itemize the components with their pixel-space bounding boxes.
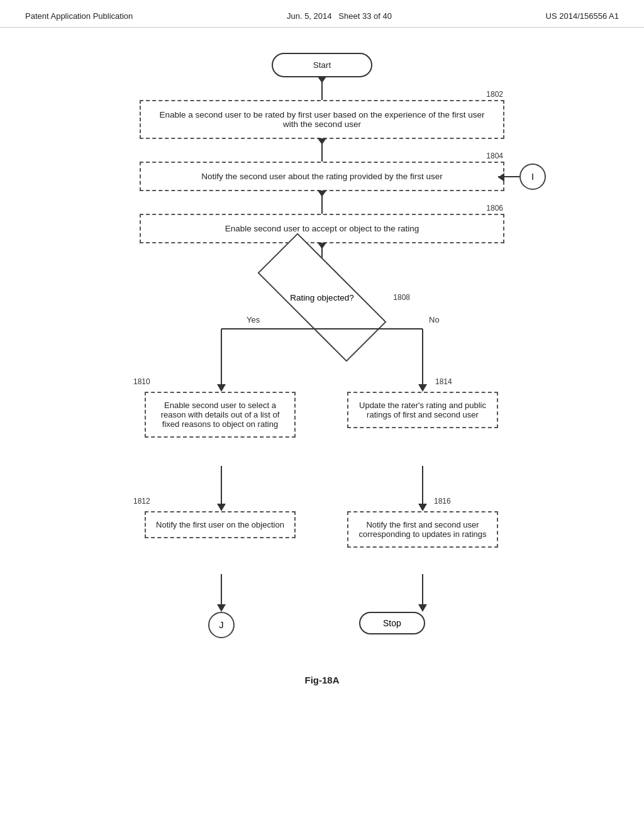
rect-1802: Enable a second user to be rated by firs… bbox=[140, 100, 504, 139]
node-1812-container: Notify the first user on the objection bbox=[145, 511, 296, 538]
text-1812: Notify the first user on the objection bbox=[156, 520, 284, 529]
svg-text:Yes: Yes bbox=[247, 315, 260, 324]
flow-lines: Yes 1810 No 1814 1812 1816 bbox=[121, 329, 523, 656]
header-sheet: Sheet 33 of 40 bbox=[338, 11, 392, 21]
text-1806: Enable second user to accept or object t… bbox=[225, 224, 419, 233]
svg-marker-11 bbox=[217, 504, 226, 511]
header-right: US 2014/156556 A1 bbox=[546, 11, 619, 21]
node-1812: Notify the first user on the objection bbox=[145, 511, 296, 538]
stop-node: Stop bbox=[359, 612, 425, 634]
text-1808: Rating objected? bbox=[290, 293, 353, 302]
start-shape: Start bbox=[272, 53, 372, 77]
node-1810-container: Enable second user to select a reason wi… bbox=[145, 392, 296, 438]
rect-1806: Enable second user to accept or object t… bbox=[140, 214, 504, 243]
rect-1816: Notify the first and second user corresp… bbox=[347, 511, 498, 548]
node-1802: Enable a second user to be rated by firs… bbox=[133, 100, 511, 139]
rect-1804: Notify the second user about the rating … bbox=[140, 162, 504, 191]
svg-text:1814: 1814 bbox=[435, 377, 452, 386]
fig-label: Fig-18A bbox=[304, 675, 339, 685]
node-1802-container: 1802 Enable a second user to be rated by… bbox=[133, 100, 511, 139]
node-1814-container: Update the rater's rating and public rat… bbox=[347, 392, 498, 428]
text-1814: Update the rater's rating and public rat… bbox=[359, 401, 486, 419]
svg-marker-7 bbox=[418, 384, 427, 392]
connector-j-label: J bbox=[219, 620, 224, 630]
svg-marker-2 bbox=[217, 384, 226, 392]
svg-marker-17 bbox=[217, 604, 226, 612]
stop-label: Stop bbox=[383, 618, 401, 628]
header-left: Patent Application Publication bbox=[25, 11, 133, 21]
connector-i-label: I bbox=[531, 172, 534, 182]
start-node: Start bbox=[272, 53, 372, 77]
rect-1812: Notify the first user on the objection bbox=[145, 511, 296, 538]
node-1804: Notify the second user about the rating … bbox=[133, 162, 511, 191]
connector-i-area: I bbox=[498, 163, 546, 190]
node-1808: Rating objected? bbox=[253, 266, 391, 329]
text-1810: Enable second user to select a reason wi… bbox=[161, 401, 280, 429]
node-1814: Update the rater's rating and public rat… bbox=[347, 392, 498, 428]
svg-text:1816: 1816 bbox=[434, 497, 451, 506]
text-1804: Notify the second user about the rating … bbox=[201, 172, 442, 181]
svg-text:1812: 1812 bbox=[133, 497, 150, 506]
arrow-2 bbox=[321, 139, 323, 162]
svg-marker-14 bbox=[418, 504, 427, 511]
connector-i: I bbox=[519, 163, 546, 190]
header-center: Jun. 5, 2014 Sheet 33 of 40 bbox=[287, 11, 392, 21]
node-1816: Notify the first and second user corresp… bbox=[347, 511, 498, 548]
start-label: Start bbox=[313, 60, 331, 70]
label-1804: 1804 bbox=[486, 152, 503, 160]
node-1804-container: 1804 Notify the second user about the ra… bbox=[133, 162, 511, 191]
connector-j-circle: J bbox=[208, 612, 235, 638]
label-1806: 1806 bbox=[486, 204, 503, 213]
rect-1814: Update the rater's rating and public rat… bbox=[347, 392, 498, 428]
header-date: Jun. 5, 2014 bbox=[287, 11, 332, 21]
label-1808: 1808 bbox=[393, 293, 410, 302]
node-1806-container: 1806 Enable second user to accept or obj… bbox=[133, 214, 511, 243]
svg-marker-19 bbox=[418, 604, 427, 612]
svg-text:No: No bbox=[429, 315, 440, 324]
rect-1810: Enable second user to select a reason wi… bbox=[145, 392, 296, 438]
diagram-area: Start 1802 Enable a second user to be ra… bbox=[0, 28, 644, 685]
text-1802: Enable a second user to be rated by firs… bbox=[159, 110, 484, 129]
split-section: Yes 1810 No 1814 1812 1816 bbox=[121, 329, 523, 656]
arrow-i-line bbox=[498, 176, 519, 177]
arrow-1 bbox=[321, 77, 323, 100]
node-1808-container: 1808 Rating objected? bbox=[253, 266, 391, 329]
node-1806: Enable second user to accept or object t… bbox=[133, 214, 511, 243]
connector-j: J bbox=[208, 612, 235, 638]
page-header: Patent Application Publication Jun. 5, 2… bbox=[0, 0, 644, 28]
label-1802: 1802 bbox=[486, 90, 503, 99]
node-1810: Enable second user to select a reason wi… bbox=[145, 392, 296, 438]
svg-text:1810: 1810 bbox=[133, 377, 150, 386]
arrow-3 bbox=[321, 191, 323, 214]
node-1816-container: Notify the first and second user corresp… bbox=[347, 511, 498, 548]
arrow-i-head bbox=[498, 173, 504, 182]
stop-shape: Stop bbox=[359, 612, 425, 634]
text-1816: Notify the first and second user corresp… bbox=[358, 520, 486, 539]
